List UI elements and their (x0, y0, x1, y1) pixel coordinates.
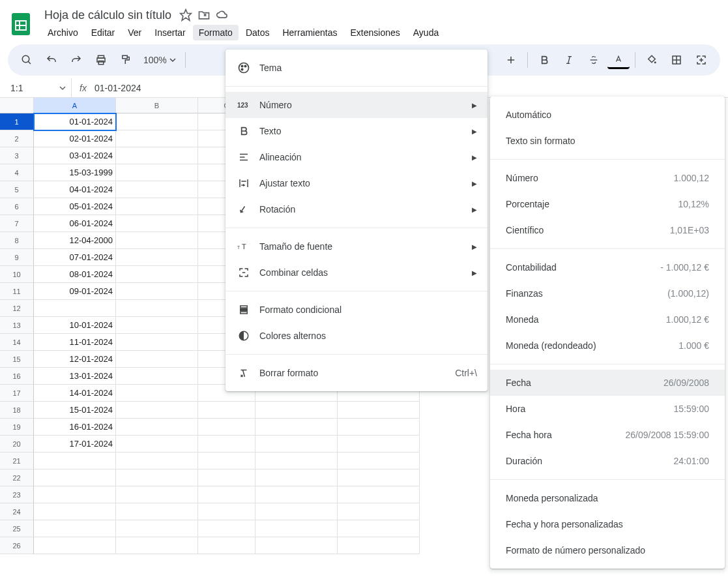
cell[interactable] (338, 402, 420, 419)
cell[interactable] (338, 469, 420, 486)
row-header[interactable]: 22 (0, 469, 34, 486)
menu-item-wrap[interactable]: Ajustar texto ▶ (226, 170, 488, 196)
submenu-item[interactable]: Duración24:01:00 (490, 448, 725, 474)
cell[interactable] (116, 334, 198, 351)
row-header[interactable]: 26 (0, 537, 34, 554)
search-icon[interactable] (16, 49, 38, 71)
row-header[interactable]: 11 (0, 283, 34, 300)
cell[interactable] (255, 436, 338, 453)
cell[interactable] (338, 520, 420, 537)
cell[interactable] (198, 503, 255, 520)
cell[interactable] (255, 520, 338, 537)
submenu-item[interactable]: Fecha26/09/2008 (490, 370, 725, 396)
cell[interactable]: 03-01-2024 (34, 147, 116, 164)
cell[interactable] (34, 453, 116, 469)
cell[interactable] (198, 453, 255, 469)
cell[interactable]: 16-01-2024 (34, 419, 116, 436)
cell[interactable] (116, 147, 198, 164)
paint-format-icon[interactable] (115, 49, 137, 71)
cell[interactable] (116, 351, 198, 368)
italic-icon[interactable] (558, 49, 580, 71)
cell[interactable] (255, 402, 338, 419)
cell[interactable] (116, 385, 198, 402)
cell[interactable] (198, 537, 255, 554)
row-header[interactable]: 10 (0, 266, 34, 283)
submenu-item[interactable]: Moneda1.000,12 € (490, 306, 725, 333)
cell[interactable]: 08-01-2024 (34, 266, 116, 283)
sheets-logo[interactable] (8, 10, 34, 37)
row-header[interactable]: 5 (0, 181, 34, 198)
menu-item-number[interactable]: 123 Número ▶ (226, 92, 488, 118)
cell[interactable] (116, 283, 198, 300)
submenu-item[interactable]: Moneda personalizada (490, 485, 725, 511)
cell[interactable]: 07-01-2024 (34, 249, 116, 266)
row-header[interactable]: 21 (0, 453, 34, 469)
text-color-icon[interactable] (607, 51, 630, 69)
row-header[interactable]: 4 (0, 164, 34, 181)
menu-item-clear-format[interactable]: Borrar formato Ctrl+\ (226, 360, 488, 386)
menu-item-alternating[interactable]: Colores alternos (226, 323, 488, 349)
cell[interactable] (116, 368, 198, 385)
submenu-item[interactable]: Científico1,01E+03 (490, 217, 725, 243)
cell[interactable] (255, 419, 338, 436)
cell[interactable]: 04-01-2024 (34, 181, 116, 198)
submenu-item[interactable]: Fecha hora26/09/2008 15:59:00 (490, 422, 725, 448)
row-header[interactable]: 20 (0, 436, 34, 453)
menu-item-theme[interactable]: Tema (226, 55, 488, 81)
cell[interactable] (338, 453, 420, 469)
cloud-icon[interactable] (216, 8, 229, 22)
menu-item-rotation[interactable]: Rotación ▶ (226, 196, 488, 222)
row-header[interactable]: 18 (0, 402, 34, 419)
cell[interactable] (116, 436, 198, 453)
cell[interactable] (338, 537, 420, 554)
fill-color-icon[interactable] (641, 49, 663, 71)
cell[interactable] (116, 469, 198, 486)
cell[interactable] (116, 181, 198, 198)
cell[interactable] (255, 469, 338, 486)
row-header[interactable]: 9 (0, 249, 34, 266)
submenu-item[interactable]: Moneda (redondeado)1.000 € (490, 333, 725, 359)
doc-title[interactable]: Hoja de cálculo sin título (42, 7, 174, 23)
submenu-item[interactable]: Hora15:59:00 (490, 396, 725, 422)
row-header[interactable]: 23 (0, 486, 34, 503)
cell[interactable] (116, 215, 198, 232)
submenu-item[interactable]: Contabilidad- 1.000,12 € (490, 254, 725, 280)
name-box[interactable]: 1:1 (0, 78, 72, 97)
cell[interactable] (255, 537, 338, 554)
cell[interactable] (116, 453, 198, 469)
cell[interactable] (255, 453, 338, 469)
cell[interactable] (198, 469, 255, 486)
cell[interactable] (198, 436, 255, 453)
star-icon[interactable] (179, 8, 192, 22)
menubar-item-ayuda[interactable]: Ayuda (407, 25, 444, 40)
zoom-select[interactable]: 100% (139, 55, 180, 65)
submenu-item[interactable]: Finanzas(1.000,12) (490, 280, 725, 306)
cell[interactable] (116, 130, 198, 147)
cell[interactable]: 15-01-2024 (34, 402, 116, 419)
menu-item-merge[interactable]: Combinar celdas ▶ (226, 260, 488, 286)
cell[interactable] (338, 419, 420, 436)
formula-input[interactable]: 01-01-2024 (95, 83, 141, 93)
row-header[interactable]: 12 (0, 300, 34, 317)
col-header-B[interactable]: B (116, 98, 198, 113)
row-header[interactable]: 14 (0, 334, 34, 351)
col-header-A[interactable]: A (34, 98, 116, 113)
menubar-item-insertar[interactable]: Insertar (149, 25, 191, 40)
cell[interactable]: 05-01-2024 (34, 198, 116, 215)
cell[interactable]: 02-01-2024 (34, 130, 116, 147)
cell[interactable] (116, 402, 198, 419)
row-header[interactable]: 8 (0, 232, 34, 249)
menubar-item-editar[interactable]: Editar (85, 25, 121, 40)
cell[interactable] (34, 520, 116, 537)
cell[interactable]: 06-01-2024 (34, 215, 116, 232)
cell[interactable] (116, 317, 198, 334)
move-icon[interactable] (197, 8, 211, 22)
cell[interactable] (338, 503, 420, 520)
cell[interactable] (116, 537, 198, 554)
cell[interactable]: 13-01-2024 (34, 368, 116, 385)
row-header[interactable]: 6 (0, 198, 34, 215)
cell[interactable] (198, 486, 255, 503)
cell[interactable] (198, 419, 255, 436)
borders-icon[interactable] (665, 49, 688, 71)
cell[interactable] (116, 503, 198, 520)
